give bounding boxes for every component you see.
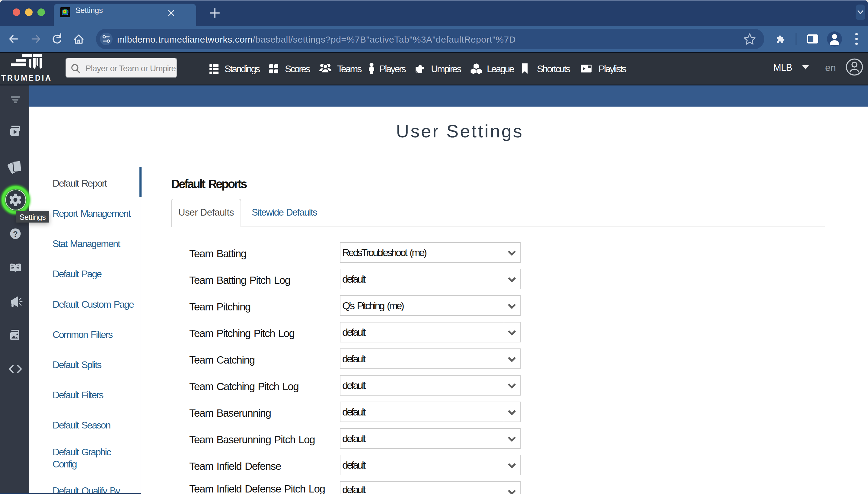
svg-text:?: ? xyxy=(13,229,18,239)
